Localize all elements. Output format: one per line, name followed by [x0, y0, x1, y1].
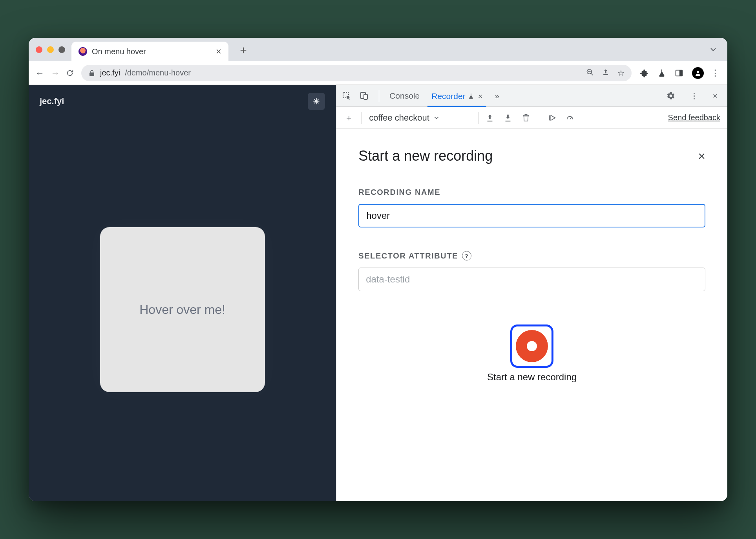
side-panel-icon[interactable] [675, 69, 683, 77]
recording-dropdown-value: coffee checkout [369, 113, 429, 123]
devtools-panel: Console Recorder × » ⋮ [336, 85, 727, 501]
tab-search-button[interactable] [703, 46, 723, 53]
nav-forward-button[interactable]: → [50, 68, 61, 79]
share-icon[interactable] [602, 68, 610, 78]
svg-rect-4 [679, 70, 682, 76]
recorder-form: Start a new recording × RECORDING NAME S… [336, 129, 727, 291]
selector-attribute-label: SELECTOR ATTRIBUTE ? [358, 251, 705, 260]
extensions-puzzle-icon[interactable] [640, 69, 649, 77]
devtools-menu-icon[interactable]: ⋮ [687, 91, 701, 101]
bookmark-icon[interactable]: ☆ [617, 68, 625, 78]
devtools-tabstrip: Console Recorder × » ⋮ [336, 85, 727, 107]
selector-attribute-label-text: SELECTOR ATTRIBUTE [358, 251, 458, 260]
recorder-import-icon[interactable] [504, 114, 515, 122]
svg-line-10 [570, 117, 572, 119]
devtools-settings-icon[interactable] [666, 91, 679, 101]
hover-card[interactable]: Hover over me! [100, 227, 265, 392]
recorder-toolbar: ＋ coffee checkout [336, 107, 727, 129]
tab-favicon [79, 47, 87, 56]
recorder-form-close-icon[interactable]: × [698, 149, 705, 163]
labs-flask-icon[interactable] [657, 69, 666, 77]
devtools-close-icon[interactable]: × [709, 91, 722, 101]
recorder-delete-icon[interactable] [522, 114, 533, 122]
svg-line-2 [591, 73, 593, 75]
devtools-more-tabs-icon[interactable]: » [490, 91, 504, 101]
devtools-tab-console[interactable]: Console [385, 89, 424, 103]
inspect-element-icon[interactable] [342, 91, 355, 101]
record-icon [516, 330, 548, 362]
help-icon[interactable]: ? [462, 251, 471, 260]
toolbar: ← → jec.fyi/demo/menu-hover ☆ [29, 61, 727, 85]
recorder-new-button[interactable]: ＋ [343, 112, 354, 124]
window-titlebar: On menu hover × ＋ [29, 38, 727, 61]
tab-title: On menu hover [92, 47, 146, 56]
recorder-footer: Start a new recording [336, 314, 727, 394]
browser-tab[interactable]: On menu hover × [71, 42, 228, 61]
browser-window: On menu hover × ＋ ← → jec.fyi/demo/menu-… [29, 38, 727, 501]
window-controls [33, 46, 68, 53]
page-brand: jec.fyi [40, 96, 64, 106]
experimental-flask-icon [468, 93, 474, 99]
recording-name-input[interactable] [358, 204, 705, 227]
theme-toggle-button[interactable]: ☀ [308, 93, 325, 110]
devtools-tab-recorder[interactable]: Recorder × [427, 89, 486, 107]
svg-rect-8 [364, 94, 367, 99]
selector-attribute-input[interactable] [358, 268, 705, 291]
svg-point-5 [697, 71, 699, 73]
start-recording-label: Start a new recording [487, 372, 577, 383]
devtools-tab-recorder-label: Recorder [431, 92, 465, 101]
zoom-out-icon[interactable] [586, 68, 594, 78]
url-host: jec.fyi [100, 68, 120, 77]
nav-back-button[interactable]: ← [34, 68, 45, 79]
window-zoom-button[interactable] [58, 46, 65, 53]
recorder-recording-dropdown[interactable]: coffee checkout [369, 113, 471, 123]
window-close-button[interactable] [36, 46, 42, 53]
nav-reload-button[interactable] [66, 69, 77, 77]
chevron-down-icon [433, 115, 440, 121]
svg-rect-9 [549, 115, 550, 120]
browser-menu-button[interactable]: ⋮ [709, 68, 722, 78]
hover-card-text: Hover over me! [139, 302, 225, 317]
address-bar[interactable]: jec.fyi/demo/menu-hover ☆ [81, 65, 632, 81]
devtools-tab-close-icon[interactable]: × [478, 92, 483, 101]
profile-avatar[interactable] [692, 67, 704, 79]
new-tab-button[interactable]: ＋ [232, 42, 255, 57]
extension-icons [636, 69, 687, 77]
omnibox-actions: ☆ [586, 68, 625, 78]
recorder-form-title: Start a new recording [358, 148, 493, 164]
recording-name-label: RECORDING NAME [358, 188, 705, 197]
lock-icon [88, 70, 95, 77]
url-path: /demo/menu-hover [125, 68, 191, 77]
recorder-performance-icon[interactable] [565, 114, 576, 122]
recorder-export-icon[interactable] [486, 114, 497, 122]
page-viewport: jec.fyi ☀ Hover over me! [29, 85, 336, 501]
send-feedback-link[interactable]: Send feedback [668, 113, 720, 122]
tab-close-icon[interactable]: × [216, 46, 221, 57]
recorder-play-icon[interactable] [547, 114, 558, 122]
window-minimize-button[interactable] [47, 46, 54, 53]
start-recording-button[interactable] [510, 324, 553, 368]
device-toggle-icon[interactable] [359, 91, 373, 101]
